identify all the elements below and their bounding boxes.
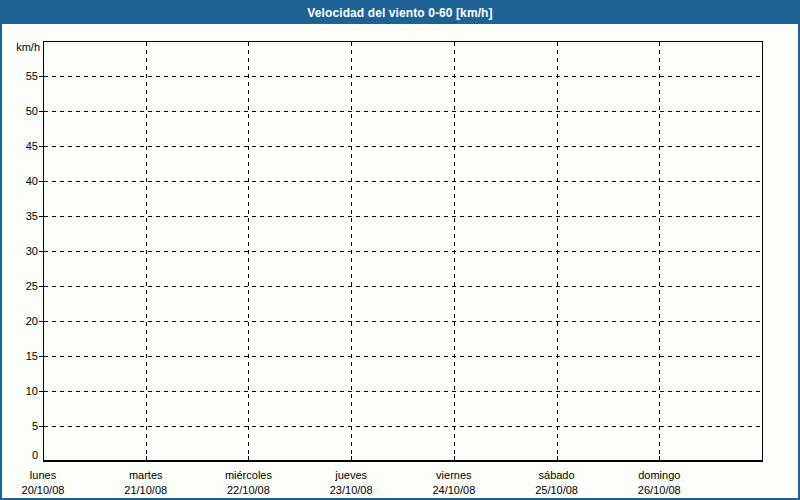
y-tick-label: 35: [26, 210, 38, 222]
x-day-label: miércoles: [225, 469, 273, 481]
y-tick-label: 0: [32, 449, 38, 461]
y-tick-label: 10: [26, 385, 38, 397]
x-date-label: 24/10/08: [432, 484, 475, 496]
x-date-label: 22/10/08: [227, 484, 270, 496]
y-tick-label: 50: [26, 105, 38, 117]
y-tick-label: 25: [26, 280, 38, 292]
y-axis-unit-label: km/h: [16, 41, 40, 53]
x-day-label: martes: [129, 469, 163, 481]
x-date-label: 23/10/08: [330, 484, 373, 496]
y-tick-label: 45: [26, 140, 38, 152]
y-tick-label: 5: [32, 420, 38, 432]
x-date-label: 26/10/08: [638, 484, 681, 496]
x-date-label: 21/10/08: [124, 484, 167, 496]
y-tick-label: 15: [26, 350, 38, 362]
x-date-label: 25/10/08: [535, 484, 578, 496]
wind-speed-chart-canvas: 0510152025303540455055km/hlunes20/10/08m…: [2, 2, 800, 500]
y-tick-label: 55: [26, 70, 38, 82]
x-day-label: jueves: [334, 469, 367, 481]
x-day-label: viernes: [436, 469, 472, 481]
y-tick-label: 30: [26, 245, 38, 257]
x-day-label: sábado: [539, 469, 575, 481]
x-day-label: lunes: [30, 469, 57, 481]
chart-window: Velocidad del viento 0-60 [km/h] 0510152…: [0, 0, 800, 500]
x-day-label: domingo: [638, 469, 680, 481]
y-tick-label: 20: [26, 315, 38, 327]
y-tick-label: 40: [26, 175, 38, 187]
x-date-label: 20/10/08: [22, 484, 65, 496]
